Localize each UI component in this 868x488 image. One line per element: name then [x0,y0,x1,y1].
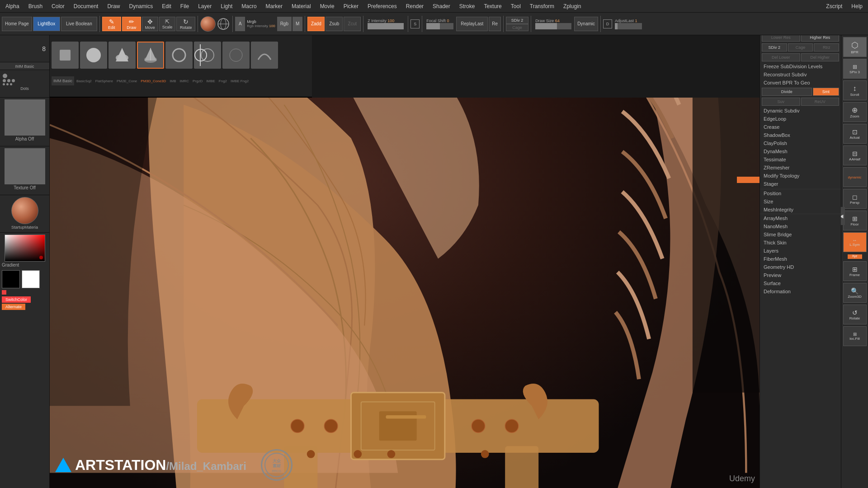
brush-thumb-arc[interactable] [251,42,278,69]
dynamic-subdiv-item[interactable]: Dynamic Subdiv [760,107,841,115]
freeze-subdiv-item[interactable]: Freeze SubDivision Levels [760,62,841,70]
orange-xyz-btn[interactable]: Xyz [848,254,862,259]
zcut-button[interactable]: Zcut [344,17,361,31]
claypolish-item[interactable]: ClayPolish [760,139,841,147]
reuv-button[interactable]: ReUV [801,98,840,106]
rgb-toggle[interactable]: Rgb [277,17,292,31]
menu-picker[interactable]: Picker [342,2,360,10]
replay-last-button[interactable]: ReplayLast [456,17,488,31]
thick-skin-item[interactable]: Thick Skin [760,239,841,247]
menu-document[interactable]: Document [72,2,100,10]
menu-help[interactable]: Help [849,2,864,10]
switch-color-button[interactable]: SwitchColor [2,296,31,303]
menu-edit[interactable]: Edit [160,2,173,10]
menu-light[interactable]: Light [219,2,234,10]
suv-button[interactable]: Suv [762,98,800,106]
zoom3d-button[interactable]: 🔍 Zoom3D [843,283,867,303]
scale-button[interactable]: ⇱ Scale [159,17,176,31]
zadd-button[interactable]: Zadd [307,17,325,31]
brush-thumb-basic-sq[interactable] [52,42,79,69]
smt-button[interactable]: Smt [813,88,839,96]
dynamic-button[interactable]: Dynamic [574,17,598,31]
sphere-toggle[interactable] [217,17,230,31]
menu-tool[interactable]: Tool [509,2,523,10]
tessimate-item[interactable]: Tessimate [760,155,841,164]
frame-button[interactable]: ⊞ Frame [843,261,867,281]
position-item[interactable]: Position [760,189,841,197]
draw-button[interactable]: ✏ Draw [122,17,141,31]
alternate-button[interactable]: Alternate [2,304,25,310]
menu-macro[interactable]: Macro [240,2,258,10]
zremesher-item[interactable]: ZRemesher [760,164,841,172]
convert-bpr-item[interactable]: Convert BPR To Geo [760,79,841,87]
stager-item[interactable]: Stager [760,180,841,188]
menu-draw[interactable]: Draw [105,2,122,10]
persp-button[interactable]: ◻ Persp [843,189,867,209]
menu-shader[interactable]: Shader [431,2,452,10]
color-picker-mini[interactable] [5,235,45,262]
dynamic-label-btn[interactable]: dynamic [843,167,867,187]
reconstruct-subdiv-item[interactable]: Reconstruct Subdiv [760,70,841,79]
m-toggle[interactable]: M [292,17,302,31]
slime-bridge-item[interactable]: Slime Bridge [760,230,841,239]
menu-zscript[interactable]: Zscript [824,2,844,10]
actual-button[interactable]: ⊡ Actual [843,124,867,144]
menu-render[interactable]: Render [404,2,425,10]
re-button[interactable]: Re [489,17,501,31]
menu-preferences[interactable]: Preferences [366,2,399,10]
sdiv-button[interactable]: SDiv 2 [506,17,528,24]
mesh-integrity-item[interactable]: MeshIntegrity [760,206,841,214]
alpha-toggle[interactable]: A [235,17,245,31]
texture-section[interactable]: Texture Off [0,146,49,193]
edgeloop-item[interactable]: EdgeLoop [760,115,841,123]
menu-layer[interactable]: Layer [196,2,213,10]
brush-thumb-flat-sphere[interactable] [80,42,107,69]
menu-color[interactable]: Color [50,2,66,10]
lsym-button[interactable]: ↔ L.Sym [843,232,867,252]
menu-stroke[interactable]: Stroke [458,2,477,10]
move-button[interactable]: ✥ Move [142,17,158,31]
cage-button[interactable]: Cage [506,24,528,31]
edit-button[interactable]: ✎ Edit [102,17,121,31]
floor-button[interactable]: ⊞ Floor [843,211,867,230]
locfill-button[interactable]: ⊞ loc.Fill [843,326,867,346]
preview-item[interactable]: Preview [760,271,841,279]
menu-transform[interactable]: Transform [528,2,556,10]
cage-item[interactable]: Cage [788,43,813,52]
draw-size-slider[interactable] [535,23,571,29]
lightbox-button[interactable]: LightBox [33,17,60,31]
focal-shift-slider[interactable] [426,23,453,29]
material-section[interactable]: StartupMateria [0,195,49,232]
scroll-button[interactable]: ↕ Scroll [843,80,867,100]
menu-material[interactable]: Material [290,2,313,10]
del-lower-button[interactable]: Del Lower [762,53,800,61]
swatch-white[interactable] [22,270,40,288]
crease-item[interactable]: Crease [760,123,841,131]
aahalf-button[interactable]: ⊟ AAHalf [843,145,867,165]
del-higher-button[interactable]: Del Higher [801,53,840,61]
brush-thumb-circle-thin[interactable] [222,42,250,69]
brush-thumb-pm3d-cone3d[interactable] [137,42,164,69]
menu-marker[interactable]: Marker [264,2,284,10]
bpr-button[interactable]: ⬡ BPR [843,37,867,57]
divide-button[interactable]: Divide [762,88,812,96]
sdiv2-button[interactable]: SDiv 2 [762,43,787,52]
menu-alpha[interactable]: Alpha [4,2,21,10]
arraymesh-item[interactable]: ArrayMesh [760,214,841,222]
rotate3d-button[interactable]: ↺ Rotate [843,305,867,324]
rtrz-button[interactable]: Rtrz [814,43,839,52]
zsub-button[interactable]: Zsub [326,17,343,31]
menu-texture[interactable]: Texture [482,2,503,10]
main-viewport[interactable]: ARTSTATION/Milad_Kambari 大众 素材 RRCG Udem… [50,98,760,488]
spix-button[interactable]: ⊞ SPix 3 [843,59,867,79]
swatch-black[interactable] [2,270,20,288]
shadowbox-item[interactable]: ShadowBox [760,131,841,139]
surface-item[interactable]: Surface [760,279,841,287]
z-intensity-slider[interactable] [368,23,404,29]
brush-thumb-imb[interactable] [165,42,193,69]
menu-movie[interactable]: Movie [318,2,336,10]
geometry-hd-item[interactable]: Geometry HD [760,263,841,271]
menu-brush[interactable]: Brush [27,2,44,10]
home-page-button[interactable]: Home Page [2,17,32,31]
deformation-item[interactable]: Deformation [760,287,841,296]
